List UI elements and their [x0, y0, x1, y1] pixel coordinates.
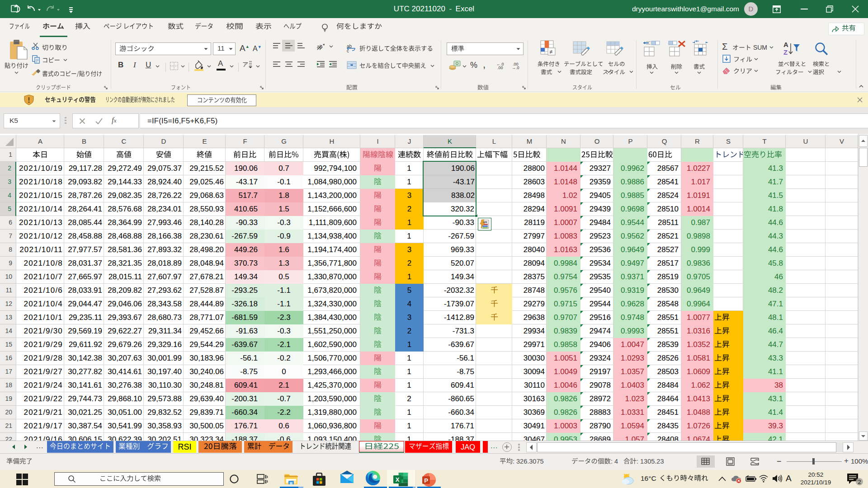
- svg-text:.00: .00: [497, 66, 503, 70]
- svg-text:P: P: [424, 477, 428, 484]
- svg-text:≠: ≠: [549, 48, 552, 55]
- svg-text:Z: Z: [783, 48, 788, 56]
- svg-text:→.0: →.0: [512, 66, 519, 70]
- svg-text:A: A: [783, 41, 788, 48]
- svg-text:ab: ab: [317, 44, 322, 49]
- svg-text:X: X: [396, 476, 400, 483]
- svg-text:2: 2: [858, 479, 861, 485]
